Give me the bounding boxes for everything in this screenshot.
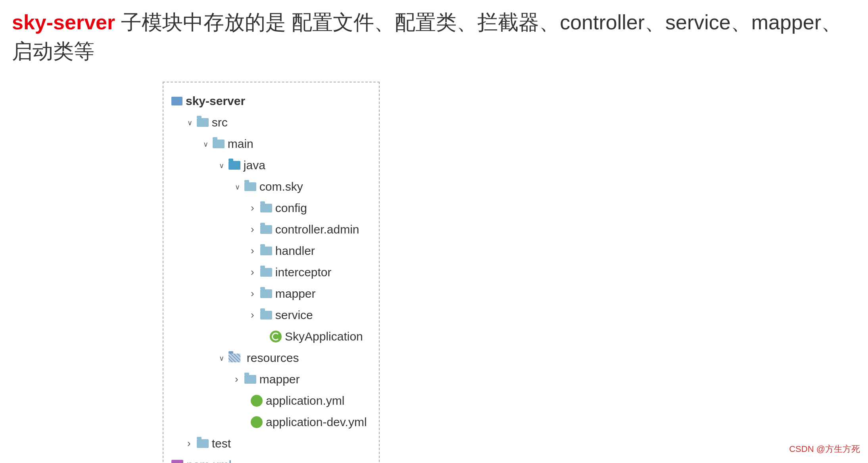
tree-node-skyapp[interactable]: SkyApplication [171,326,367,347]
yml-dev-icon [251,416,263,428]
header: sky-server 子模块中存放的是 配置文件、配置类、拦截器、control… [12,8,856,66]
folder-blue-icon [229,161,240,170]
file-tree: sky-server src main java com.sky config … [163,82,380,463]
node-label: resources [247,348,299,367]
chevron-right-icon [251,221,260,238]
tree-node-src[interactable]: src [171,112,367,133]
folder-icon [260,225,272,234]
node-label: config [275,199,307,218]
highlight-text: sky-server [12,11,115,34]
root-folder-icon [171,97,182,105]
tree-node-test[interactable]: test [171,433,367,454]
tree-node-interceptor[interactable]: interceptor [171,262,367,283]
yml-icon [251,395,263,407]
folder-icon [260,204,272,212]
chevron-right-icon [251,307,260,323]
node-label: service [275,306,313,325]
tree-node-service[interactable]: service [171,304,367,326]
node-label: pom.xml [186,455,231,463]
tree-node-app-yml[interactable]: application.yml [171,390,367,411]
folder-icon [260,268,272,277]
node-label: SkyApplication [285,327,363,346]
chevron-right-icon [187,435,197,452]
tree-node-java[interactable]: java [171,155,367,176]
node-label: mapper [275,284,316,303]
maven-icon: m [171,460,183,463]
watermark: CSDN @方生方死 [789,443,860,455]
node-label: interceptor [275,263,332,282]
chevron-right-icon [251,200,260,216]
tree-node-main[interactable]: main [171,133,367,155]
folder-icon [244,375,256,384]
tree-node-mapper-java[interactable]: mapper [171,283,367,304]
node-label: java [244,156,265,175]
node-label: com.sky [259,177,303,196]
tree-node-pom[interactable]: m pom.xml [171,454,367,463]
folder-icon [197,439,209,448]
tree-node-resources[interactable]: resources [171,347,367,369]
chevron-down-icon [219,351,229,365]
tree-node-app-dev-yml[interactable]: application-dev.yml [171,411,367,433]
node-label: mapper [259,370,300,389]
spring-boot-icon [270,331,282,342]
folder-icon [244,182,256,191]
folder-icon [213,140,225,148]
node-label: src [212,113,228,132]
tree-node-comsky[interactable]: com.sky [171,176,367,197]
folder-icon [197,118,209,127]
node-label: application-dev.yml [266,413,367,432]
node-label: handler [275,241,315,260]
chevron-right-icon [251,264,260,281]
chevron-down-icon [187,115,197,129]
root-label: sky-server [186,92,245,111]
folder-resources-icon [229,354,240,362]
folder-icon [260,247,272,255]
chevron-right-icon [235,371,244,388]
node-label: application.yml [266,391,344,410]
chevron-down-icon [235,180,244,193]
chevron-right-icon [251,285,260,302]
chevron-right-icon [251,243,260,259]
chevron-down-icon [203,137,213,151]
tree-node-controller[interactable]: controller.admin [171,219,367,240]
folder-icon [260,311,272,320]
tree-node-config[interactable]: config [171,197,367,219]
node-label: main [228,134,253,153]
tree-node-handler[interactable]: handler [171,240,367,262]
folder-icon [260,289,272,298]
tree-root[interactable]: sky-server [171,90,367,112]
node-label: test [212,434,231,453]
tree-node-mapper-resources[interactable]: mapper [171,369,367,390]
chevron-down-icon [219,158,229,172]
node-label: controller.admin [275,220,359,239]
header-text: 子模块中存放的是 配置文件、配置类、拦截器、controller、service… [12,11,842,63]
